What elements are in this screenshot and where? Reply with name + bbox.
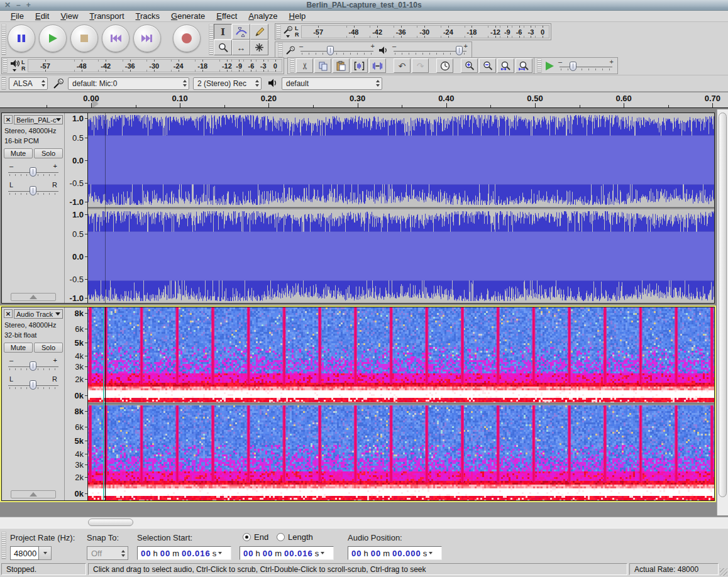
fit-selection-button[interactable] (497, 58, 514, 73)
track2-close-button[interactable]: ✕ (4, 309, 13, 318)
menu-edit[interactable]: Edit (30, 11, 55, 21)
menu-transport[interactable]: Transport (84, 11, 130, 21)
output-volume-slider[interactable]: – + (391, 43, 469, 58)
audio-host-select[interactable]: ALSA (9, 77, 48, 90)
resize-grip[interactable] (720, 568, 727, 576)
record-button[interactable] (173, 25, 201, 52)
horizontal-scrollbar-thumb[interactable] (88, 519, 133, 526)
copy-icon (318, 61, 328, 71)
track1-pan-slider[interactable]: L R (7, 182, 60, 197)
horizontal-scrollbar[interactable] (0, 517, 728, 528)
track1-collapse-button[interactable] (11, 293, 56, 301)
paste-button[interactable] (333, 58, 350, 73)
menu-view[interactable]: View (55, 11, 84, 21)
stop-button[interactable] (70, 25, 98, 52)
meter-dropdown-icon[interactable] (13, 69, 16, 72)
silence-audio-button[interactable] (369, 58, 386, 73)
window-minimize-button[interactable]: – (16, 0, 21, 10)
cut-button[interactable]: ✂ (296, 58, 313, 73)
selection-end-field[interactable]: 00h 00m 00.016s (240, 546, 334, 560)
multi-tool-button[interactable] (250, 40, 268, 55)
end-radio[interactable]: End (243, 532, 268, 542)
track2-gain-slider[interactable]: – + (7, 358, 60, 373)
project-rate-select[interactable]: 48000 (10, 546, 52, 560)
zoom-out-button[interactable] (479, 58, 496, 73)
track1-mute-button[interactable]: Mute (4, 148, 33, 158)
transcription-toolbar-grip[interactable] (537, 58, 542, 73)
menu-generate[interactable]: Generate (165, 11, 211, 21)
track2-solo-button[interactable]: Solo (34, 343, 63, 353)
track1-vertical-ruler[interactable]: 1.00.50.0-0.5-1.01.00.50.0-0.5-1.0 (65, 113, 88, 303)
menu-effect[interactable]: Effect (211, 11, 243, 21)
menu-tracks[interactable]: Tracks (130, 11, 166, 21)
menu-help[interactable]: Help (284, 11, 312, 21)
sync-lock-button[interactable] (436, 58, 453, 73)
recording-meter-grip[interactable] (276, 25, 281, 39)
skip-to-end-button[interactable] (133, 25, 161, 52)
timeline-ruler[interactable]: 0.000.100.200.300.400.500.600.70 (0, 92, 728, 108)
skip-to-start-button[interactable] (102, 25, 130, 52)
track2-title-menu[interactable]: Audio Track (14, 309, 63, 319)
recording-device-select[interactable]: default: Mic:0 (68, 77, 189, 90)
length-radio[interactable]: Length (277, 532, 313, 542)
title-bar: ✕ – + Berlin_PAL-capture_test_01-10s (0, 0, 728, 11)
track1-title-menu[interactable]: Berlin_PAL-c (14, 115, 63, 124)
track1-waveform-canvas[interactable] (88, 113, 714, 303)
envelope-tool-button[interactable] (232, 24, 250, 40)
playback-meter[interactable]: LR -57-48-42-36-30-24-18-12-9-6-30 (1, 57, 284, 74)
snap-to-select[interactable]: Off (87, 546, 128, 560)
menu-analyze[interactable]: Analyze (243, 11, 283, 21)
draw-tool-button[interactable] (250, 24, 268, 40)
play-speed-slider[interactable]: – + (557, 58, 615, 74)
track1-gain-slider[interactable]: – + (7, 163, 60, 179)
input-volume-thumb[interactable] (327, 46, 334, 55)
fit-project-button[interactable] (516, 58, 532, 73)
play-button[interactable] (39, 25, 67, 52)
menu-file[interactable]: File (5, 11, 30, 21)
track2-vertical-ruler[interactable]: 8k6k5k4k3k2k0k8k6k5k4k3k2k0k (65, 307, 88, 500)
track2-spectrogram-canvas[interactable] (88, 307, 714, 500)
pause-button[interactable] (8, 25, 35, 52)
time-shift-tool-button[interactable]: ↔ (232, 40, 250, 55)
window-close-button[interactable]: ✕ (4, 0, 11, 10)
meter-dropdown-icon[interactable] (286, 35, 290, 38)
input-volume-slider[interactable]: – + (298, 43, 376, 58)
track2-pan-thumb[interactable] (30, 380, 36, 390)
recording-channels-select[interactable]: 2 (Stereo) Rec (193, 77, 262, 90)
edit-toolbar-grip[interactable] (290, 58, 295, 73)
selection-start-field[interactable]: 00h 00m 00.016s (137, 546, 231, 560)
device-toolbar-grip[interactable] (1, 77, 6, 90)
track2-mute-button[interactable]: Mute (4, 343, 33, 353)
play-at-speed-icon[interactable] (544, 61, 554, 71)
playback-device-select[interactable]: default (282, 77, 382, 90)
track1-pan-thumb[interactable] (30, 186, 36, 195)
selection-tool-button[interactable]: I (214, 24, 232, 40)
undo-button[interactable]: ↶ (394, 58, 411, 73)
mic-volume-icon (285, 45, 295, 55)
window-maximize-button[interactable]: + (26, 0, 31, 10)
track1-solo-button[interactable]: Solo (34, 148, 63, 158)
redo-button[interactable]: ↷ (412, 58, 429, 73)
zoom-tool-button[interactable] (214, 40, 232, 55)
track1-close-button[interactable]: ✕ (4, 115, 13, 124)
playback-meter-grip[interactable] (3, 58, 8, 73)
track2-pan-slider[interactable]: L R (7, 376, 60, 392)
recording-channels-value: 2 (Stereo) Rec (197, 79, 246, 88)
chevron-down-icon (43, 552, 47, 554)
vertical-scrollbar-thumb[interactable] (719, 113, 727, 497)
audio-position-field[interactable]: 00h 00m 00.000s (348, 546, 442, 560)
track2-gain-thumb[interactable] (30, 361, 36, 371)
mixer-toolbar-grip[interactable] (278, 42, 283, 58)
track1-gain-thumb[interactable] (30, 167, 36, 177)
trim-audio-button[interactable] (351, 58, 368, 73)
vertical-scrollbar[interactable] (717, 109, 728, 515)
selection-toolbar-grip[interactable] (1, 532, 6, 559)
transport-toolbar-grip[interactable] (1, 24, 6, 55)
recording-meter[interactable]: LR -57-48-42-36-30-24-18-12-9-6-30 (275, 23, 551, 40)
tools-toolbar-grip[interactable] (209, 24, 214, 55)
zoom-in-button[interactable] (461, 58, 478, 73)
copy-button[interactable] (314, 58, 331, 73)
track2-collapse-button[interactable] (11, 490, 56, 498)
play-speed-thumb[interactable] (570, 62, 576, 71)
output-volume-thumb[interactable] (456, 46, 463, 55)
